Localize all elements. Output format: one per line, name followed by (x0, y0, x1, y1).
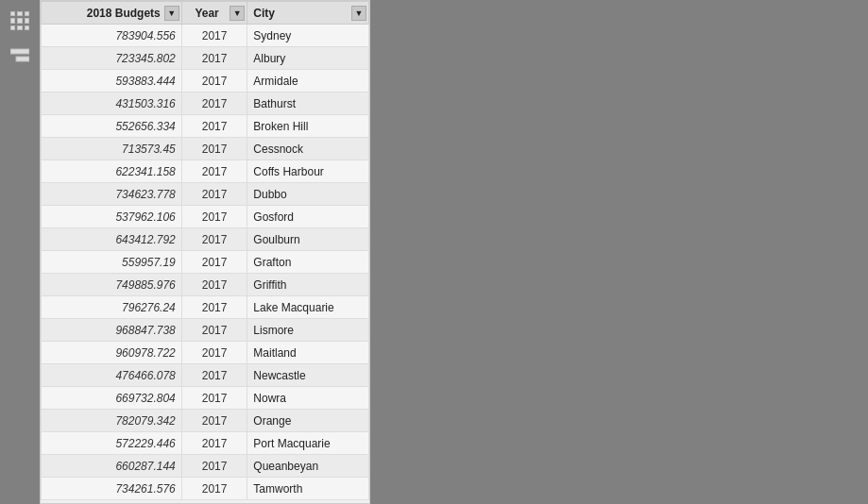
budget-cell: 723345.802 (42, 47, 182, 70)
city-cell: Sydney (247, 25, 369, 47)
budget-cell: 572229.446 (42, 432, 182, 455)
table-row: 968847.7382017Lismore (42, 319, 369, 342)
city-cell: Bathurst (247, 92, 369, 115)
svg-rect-1 (16, 57, 29, 61)
city-cell: Cessnock (247, 138, 369, 160)
hierarchy-view-icon[interactable] (7, 43, 33, 70)
city-cell: Griffith (247, 274, 369, 296)
right-background (370, 0, 868, 504)
svg-rect-0 (10, 49, 29, 54)
year-column-header[interactable]: Year ▼ (181, 2, 247, 25)
year-cell: 2017 (181, 455, 247, 478)
year-cell: 2017 (181, 251, 247, 274)
budget-cell: 660287.144 (42, 455, 182, 478)
table-row: 734623.7782017Dubbo (42, 183, 369, 206)
table-row: 431503.3162017Bathurst (42, 92, 369, 115)
table-row: 723345.8022017Albury (42, 47, 369, 70)
table-row: 783904.5562017Sydney (42, 25, 369, 47)
city-cell: Dubbo (247, 183, 369, 206)
city-cell: Orange (247, 410, 369, 432)
budget-cell: 734261.576 (42, 478, 182, 500)
budget-cell: 622341.158 (42, 160, 182, 183)
city-cell: Tamworth (247, 478, 369, 500)
budget-cell: 783904.556 (42, 25, 182, 47)
budget-cell: 713573.45 (42, 138, 182, 160)
city-dropdown-arrow[interactable]: ▼ (351, 6, 366, 21)
city-cell: Lismore (247, 319, 369, 342)
city-cell: Armidale (247, 70, 369, 92)
budget-cell: 734623.778 (42, 183, 182, 206)
city-cell: Maitland (247, 342, 369, 364)
table-row: 572229.4462017Port Macquarie (42, 432, 369, 455)
year-dropdown-arrow[interactable]: ▼ (230, 6, 245, 21)
year-cell: 2017 (181, 160, 247, 183)
table-row: 593883.4442017Armidale (42, 70, 369, 92)
table-row: 749885.9762017Griffith (42, 274, 369, 296)
table-row: 537962.1062017Gosford (42, 206, 369, 228)
city-cell: Queanbeyan (247, 455, 369, 478)
year-cell: 2017 (181, 92, 247, 115)
year-cell: 2017 (181, 47, 247, 70)
table-row: 643412.7922017Goulburn (42, 228, 369, 251)
year-cell: 2017 (181, 206, 247, 228)
table-row: 734261.5762017Tamworth (42, 478, 369, 500)
year-cell: 2017 (181, 228, 247, 251)
budget-cell: 431503.316 (42, 92, 182, 115)
city-cell: Goulburn (247, 228, 369, 251)
year-cell: 2017 (181, 364, 247, 387)
city-cell: Broken Hill (247, 115, 369, 138)
table-row: 669732.8042017Nowra (42, 387, 369, 410)
city-cell: Gosford (247, 206, 369, 228)
table-row: 796276.242017Lake Macquarie (42, 296, 369, 319)
year-header-label: Year (195, 7, 218, 20)
budget-dropdown-arrow[interactable]: ▼ (164, 6, 179, 21)
table-body: 783904.5562017Sydney723345.8022017Albury… (42, 25, 369, 500)
table-row: 713573.452017Cessnock (42, 138, 369, 160)
budget-cell: 960978.722 (42, 342, 182, 364)
year-cell: 2017 (181, 478, 247, 500)
budget-cell: 476466.078 (42, 364, 182, 387)
city-cell: Albury (247, 47, 369, 70)
year-cell: 2017 (181, 342, 247, 364)
city-cell: Grafton (247, 251, 369, 274)
table-row: 782079.3422017Orange (42, 410, 369, 432)
year-cell: 2017 (181, 319, 247, 342)
data-table: 2018 Budgets ▼ Year ▼ City ▼ 783904.5562… (40, 0, 370, 504)
year-cell: 2017 (181, 274, 247, 296)
table-row: 622341.1582017Coffs Harbour (42, 160, 369, 183)
year-cell: 2017 (181, 410, 247, 432)
table-row: 476466.0782017Newcastle (42, 364, 369, 387)
budget-cell: 552656.334 (42, 115, 182, 138)
budget-header-label: 2018 Budgets (87, 7, 161, 20)
year-cell: 2017 (181, 25, 247, 47)
city-header-label: City (253, 7, 275, 20)
year-cell: 2017 (181, 138, 247, 160)
city-cell: Lake Macquarie (247, 296, 369, 319)
city-column-header[interactable]: City ▼ (247, 2, 369, 25)
table-row: 559957.192017Grafton (42, 251, 369, 274)
budget-cell: 968847.738 (42, 319, 182, 342)
budget-column-header[interactable]: 2018 Budgets ▼ (42, 2, 182, 25)
city-cell: Nowra (247, 387, 369, 410)
left-toolbar (0, 0, 40, 504)
table-row: 660287.1442017Queanbeyan (42, 455, 369, 478)
year-cell: 2017 (181, 432, 247, 455)
budget-cell: 593883.444 (42, 70, 182, 92)
year-cell: 2017 (181, 387, 247, 410)
city-cell: Newcastle (247, 364, 369, 387)
budget-cell: 796276.24 (42, 296, 182, 319)
year-cell: 2017 (181, 296, 247, 319)
budget-cell: 782079.342 (42, 410, 182, 432)
city-cell: Port Macquarie (247, 432, 369, 455)
table-row: 552656.3342017Broken Hill (42, 115, 369, 138)
budget-cell: 669732.804 (42, 387, 182, 410)
budget-cell: 537962.106 (42, 206, 182, 228)
budget-cell: 643412.792 (42, 228, 182, 251)
budget-cell: 749885.976 (42, 274, 182, 296)
grid-view-icon[interactable] (7, 8, 33, 34)
year-cell: 2017 (181, 183, 247, 206)
budget-cell: 559957.19 (42, 251, 182, 274)
year-cell: 2017 (181, 70, 247, 92)
year-cell: 2017 (181, 115, 247, 138)
city-cell: Coffs Harbour (247, 160, 369, 183)
